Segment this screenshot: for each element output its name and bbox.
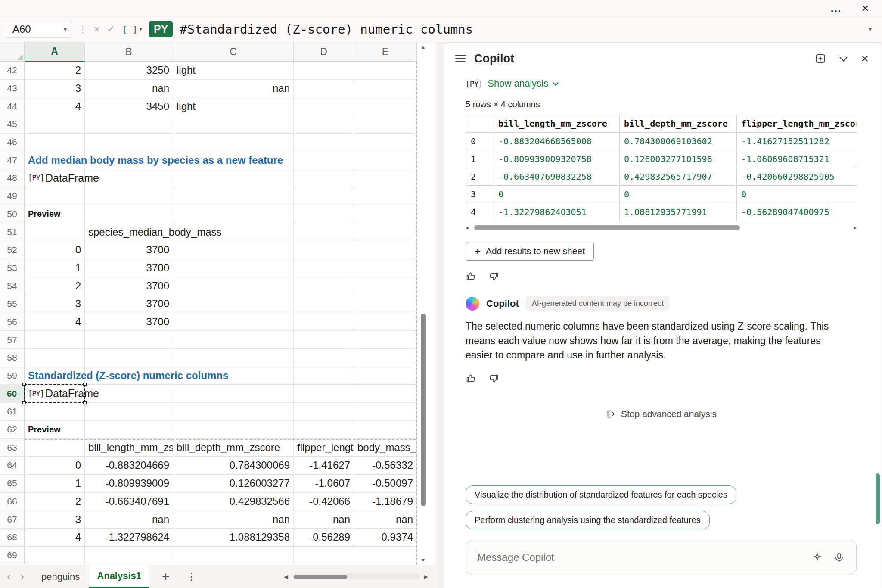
cell-E59[interactable] <box>354 367 417 385</box>
cell-B57[interactable] <box>85 331 173 348</box>
horizontal-scroll-thumb[interactable] <box>294 575 347 579</box>
column-header-C[interactable]: C <box>173 42 294 62</box>
row-header-65[interactable]: 65 <box>0 475 25 492</box>
cell-E46[interactable] <box>354 134 417 151</box>
row-header-49[interactable]: 49 <box>0 187 25 205</box>
cell-E45[interactable] <box>354 115 417 133</box>
cell-E44[interactable] <box>354 97 417 115</box>
selection-handle[interactable] <box>83 401 87 404</box>
cell-E53[interactable] <box>354 259 417 277</box>
cell-C45[interactable] <box>173 115 294 133</box>
cell-C66[interactable]: 0.429832566 <box>173 493 294 510</box>
cell-A65[interactable]: 1 <box>25 475 85 492</box>
cell-B43[interactable]: nan <box>85 80 173 97</box>
cell-A64[interactable]: 0 <box>25 457 85 474</box>
cell-C53[interactable] <box>173 259 294 277</box>
cancel-entry-icon[interactable]: × <box>94 23 100 35</box>
cell-E67[interactable]: nan <box>354 510 417 528</box>
cell-D52[interactable] <box>294 241 354 259</box>
chevron-down-icon[interactable]: ▾ <box>64 26 67 33</box>
cell-C65[interactable]: 0.126003277 <box>173 475 294 492</box>
cell-A50[interactable]: Preview <box>25 205 85 223</box>
cell-D54[interactable] <box>294 277 354 295</box>
cell-B52[interactable]: 3700 <box>85 241 173 259</box>
cell-C58[interactable] <box>173 349 294 367</box>
cell-B55[interactable]: 3700 <box>85 295 173 313</box>
cell-B62[interactable] <box>85 421 173 439</box>
cell-E57[interactable] <box>354 331 417 348</box>
cell-A45[interactable] <box>25 115 85 133</box>
column-header-B[interactable]: B <box>85 42 173 62</box>
cell-B51[interactable]: species_median_body_mass <box>85 223 173 241</box>
microphone-icon[interactable] <box>833 552 845 563</box>
column-header-E[interactable]: E <box>354 42 417 62</box>
cell-B54[interactable]: 3700 <box>85 277 173 295</box>
cell-E52[interactable] <box>354 241 417 259</box>
cell-C69[interactable] <box>173 547 294 564</box>
cell-B67[interactable]: nan <box>85 510 173 528</box>
cell-D60[interactable] <box>294 385 354 402</box>
cell-D63[interactable]: flipper_length_mm_zscore <box>294 439 354 456</box>
row-header-61[interactable]: 61 <box>0 403 25 420</box>
message-input[interactable] <box>477 551 801 563</box>
cell-D67[interactable]: nan <box>294 510 354 528</box>
cell-C48[interactable] <box>173 169 294 187</box>
cell-B53[interactable]: 3700 <box>85 259 173 277</box>
add-results-button[interactable]: + Add results to new sheet <box>466 242 594 261</box>
formula-input[interactable]: #Standardized (Z-score) numeric columns <box>180 22 861 37</box>
cell-C46[interactable] <box>173 134 294 151</box>
row-header-63[interactable]: 63 <box>0 439 25 456</box>
cell-A53[interactable]: 1 <box>25 259 85 277</box>
cell-A62[interactable]: Preview <box>25 421 85 439</box>
vertical-scrollbar[interactable]: ▲ ▼ <box>417 42 429 565</box>
column-header-A[interactable]: A <box>25 42 85 62</box>
scroll-left-icon[interactable]: ◀ <box>284 573 288 580</box>
sheet-options-kebab-icon[interactable]: ⋮ <box>187 571 196 582</box>
cell-B58[interactable] <box>85 349 173 367</box>
cell-C68[interactable]: 1.088129358 <box>173 529 294 546</box>
cell-A63[interactable] <box>25 439 85 456</box>
stop-advanced-analysis-button[interactable]: Stop advanced analysis <box>606 409 717 419</box>
cell-A48[interactable]: [PY]DataFrame <box>25 169 85 187</box>
cell-D55[interactable] <box>294 295 354 313</box>
cell-E64[interactable]: -0.56332 <box>354 457 417 474</box>
cell-A66[interactable]: 2 <box>25 493 85 510</box>
close-panel-icon[interactable]: × <box>861 52 869 65</box>
cell-D58[interactable] <box>294 349 354 367</box>
horizontal-scroll-track[interactable] <box>292 574 419 579</box>
cell-E60[interactable] <box>354 385 417 402</box>
row-header-62[interactable]: 62 <box>0 421 25 439</box>
cell-E63[interactable]: body_mass_zscore <box>354 439 417 456</box>
cell-B69[interactable] <box>85 547 173 564</box>
cell-A60[interactable]: [PY]DataFrame <box>25 385 85 402</box>
cell-C64[interactable]: 0.784300069 <box>173 457 294 474</box>
cell-B45[interactable] <box>85 115 173 133</box>
cell-A56[interactable]: 4 <box>25 313 85 331</box>
cell-C49[interactable] <box>173 187 294 205</box>
copilot-input-box[interactable] <box>466 540 857 575</box>
cell-B56[interactable]: 3700 <box>85 313 173 331</box>
cell-A47[interactable]: Add median body mass by species as a new… <box>25 151 85 169</box>
cell-E65[interactable]: -0.50097 <box>354 475 417 492</box>
more-options-button[interactable]: … <box>830 3 842 14</box>
cell-D64[interactable]: -1.41627 <box>294 457 354 474</box>
cell-C50[interactable] <box>173 205 294 223</box>
tab-nav-left-icon[interactable]: ‹ <box>7 571 11 582</box>
cell-A42[interactable]: 2 <box>25 62 85 79</box>
cell-E56[interactable] <box>354 313 417 331</box>
cell-A68[interactable]: 4 <box>25 529 85 546</box>
cell-A67[interactable]: 3 <box>25 510 85 528</box>
tab-nav-right-icon[interactable]: › <box>20 571 24 582</box>
cell-B44[interactable]: 3450 <box>85 97 173 115</box>
row-header-67[interactable]: 67 <box>0 510 25 528</box>
cell-D62[interactable] <box>294 421 354 439</box>
selection-handle[interactable] <box>22 401 26 404</box>
thumbs-down-icon[interactable] <box>488 271 499 282</box>
cell-B66[interactable]: -0.663407691 <box>85 493 173 510</box>
suggestion-chip-2[interactable]: Perform clustering analysis using the st… <box>466 511 710 529</box>
cell-A69[interactable] <box>25 547 85 564</box>
cell-E42[interactable] <box>354 62 417 79</box>
cell-C54[interactable] <box>173 277 294 295</box>
row-header-47[interactable]: 47 <box>0 151 25 169</box>
cell-A54[interactable]: 2 <box>25 277 85 295</box>
